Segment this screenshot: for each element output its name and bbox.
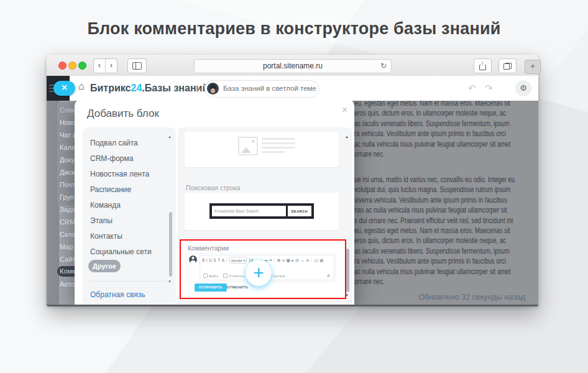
clear-format-icon[interactable]: ⊘ xyxy=(306,257,309,263)
sidebar-item-чат и[interactable]: Чат и xyxy=(60,129,75,141)
comments-block-label: Комментарии xyxy=(188,244,229,252)
image-icon[interactable]: ▦ xyxy=(287,257,290,263)
reload-icon[interactable]: ↻ xyxy=(380,60,387,72)
text-mode-icon[interactable]: A xyxy=(327,274,330,278)
align-icon[interactable]: ≡ xyxy=(270,257,272,263)
article-line: s dui ornare nec. Praesent efficitur vel… xyxy=(354,216,538,226)
sidebar-item-почт[interactable]: Почт xyxy=(60,178,75,191)
toolbar-divider xyxy=(274,258,275,262)
comments-block-preview-selected[interactable]: Комментарии BIUSTAШрифт ▾1A≔≕≡⊞∞▦▸⊡↔⊘◱▤ … xyxy=(180,239,346,299)
forward-button[interactable]: › xyxy=(106,59,117,73)
article-line: as iaculis venenatis libero. Suspendisse… xyxy=(354,119,538,129)
article-line: ue mi urna, mattis id varius nec, conval… xyxy=(354,175,538,185)
sidebar-item-скла[interactable]: Скла xyxy=(60,228,75,241)
sidebar-item-сайт[interactable]: Сайт xyxy=(60,253,75,265)
scroll-up-icon[interactable]: ▲ xyxy=(345,135,349,139)
underline-icon[interactable]: U xyxy=(209,257,212,263)
search-block-preview[interactable]: SEARCH xyxy=(185,193,339,230)
page-content: СовмНовоЧат иКалеДокуДискПочтГрупЗадаCRM… xyxy=(47,101,538,305)
font-select[interactable]: Шрифт ▾ xyxy=(229,257,247,264)
font-color-icon[interactable]: A xyxy=(222,257,224,263)
kb-search-input[interactable] xyxy=(212,206,286,216)
text-style-icon[interactable]: T xyxy=(218,257,220,263)
new-tab-button[interactable]: + xyxy=(525,60,541,74)
collapse-menu-button[interactable]: ✕ xyxy=(53,81,75,96)
sidebar-item-груп[interactable]: Груп xyxy=(60,191,75,203)
toolbar-divider xyxy=(311,258,312,262)
divider xyxy=(90,281,167,282)
cancel-comment-button[interactable]: ОТМЕНИТЬ xyxy=(227,283,248,292)
sidebar-item-доку[interactable]: Доку xyxy=(60,154,75,166)
home-icon[interactable]: ⌂ xyxy=(78,81,85,92)
kb-theme-chip[interactable]: База знаний в светлой теме xyxy=(204,80,319,98)
browser-toolbar: ‹ › portal.sitename.ru ↻ + xyxy=(47,55,538,76)
article-paragraph: ue mi urna, mattis id varius nec, conval… xyxy=(354,175,538,287)
sidebar-item-совм[interactable]: Совм xyxy=(60,104,75,116)
mention-action-icon xyxy=(223,274,227,278)
sidebar-toggle-button[interactable] xyxy=(127,58,147,73)
category-item[interactable]: Новостная лента xyxy=(90,168,149,180)
gear-icon: ⚙ xyxy=(520,83,527,93)
sidebar-item-зада[interactable]: Зада xyxy=(60,203,75,216)
sidebar-item-crm[interactable]: CRM xyxy=(60,216,75,228)
article-line: nas ac nulla vehicula risus pulvinar feu… xyxy=(354,205,538,215)
scroll-thumb[interactable] xyxy=(346,249,349,292)
text-image-block-preview[interactable] xyxy=(185,132,339,167)
undo-button[interactable]: ↶ xyxy=(468,83,476,94)
article-line: eros quis, dictum eros. In ullamcorper m… xyxy=(354,236,538,246)
modal-title: Добавить блок xyxy=(87,108,159,120)
article-line: ra vehicula. Vestibulum ante ipsum primi… xyxy=(354,256,538,266)
scroll-down-icon[interactable]: ▼ xyxy=(168,280,172,283)
category-item[interactable]: Подвал сайта xyxy=(90,137,138,149)
share-button[interactable] xyxy=(474,58,492,73)
image-placeholder-icon xyxy=(238,137,258,155)
back-button[interactable]: ‹ xyxy=(94,59,106,73)
scroll-thumb[interactable] xyxy=(169,212,172,277)
category-item[interactable]: Этапы xyxy=(90,215,113,226)
attach-icon[interactable]: ⊡ xyxy=(295,257,298,263)
address-bar[interactable]: portal.sitename.ru ↻ xyxy=(194,59,392,73)
article-line: ac nulla vehicula risus pulvinar feugiat… xyxy=(354,139,538,149)
minimize-window-button[interactable] xyxy=(68,62,76,70)
sidebar-item-авто[interactable]: Авто xyxy=(60,278,75,290)
video-icon[interactable]: ▸ xyxy=(292,257,293,263)
categories-scrollbar[interactable]: ▲ ▼ xyxy=(169,127,172,305)
feedback-link[interactable]: Обратная связь xyxy=(90,290,145,299)
kb-theme-label: База знаний в светлой теме xyxy=(223,81,316,96)
sidebar-item-комм[interactable]: Комм xyxy=(57,266,75,277)
url-text: portal.sitename.ru xyxy=(263,62,323,70)
expand-icon[interactable]: ◱ xyxy=(315,257,318,263)
tab-overview-button[interactable] xyxy=(498,58,517,73)
category-item[interactable]: Расписание xyxy=(90,184,131,195)
send-comment-button[interactable]: ОТПРАВИТЬ xyxy=(195,283,227,292)
kb-search-button[interactable]: SEARCH xyxy=(288,206,311,216)
spoiler-icon[interactable]: ↔ xyxy=(300,257,305,263)
category-item[interactable]: Социальные сети xyxy=(90,246,152,257)
scroll-up-icon[interactable]: ▲ xyxy=(168,135,172,139)
article-paragraph: eu, egestas eget metus. Nam et massa ero… xyxy=(354,101,538,159)
app-header: ✕ ⌂ Битрикс24.Базы знаний База знаний в … xyxy=(47,76,538,101)
close-icon[interactable]: × xyxy=(342,105,347,115)
italic-icon[interactable]: I xyxy=(206,257,208,263)
sidebar-item-ново[interactable]: Ново xyxy=(60,116,75,129)
bold-icon[interactable]: B xyxy=(202,257,204,263)
file-action[interactable]: Файл xyxy=(203,274,218,278)
redo-button[interactable]: ↷ xyxy=(485,83,493,94)
add-block-plus-button[interactable]: + xyxy=(246,260,272,286)
category-item[interactable]: CRM-форма xyxy=(90,153,133,164)
sidebar-item-кале[interactable]: Кале xyxy=(60,141,75,154)
category-other-button[interactable]: Другое xyxy=(88,260,121,272)
sidebar-item-диск[interactable]: Диск xyxy=(60,166,75,178)
close-window-button[interactable] xyxy=(58,62,67,70)
preview-scrollbar[interactable]: ▲ ▼ xyxy=(346,127,349,305)
scroll-down-icon[interactable]: ▼ xyxy=(345,293,349,297)
bbcode-icon[interactable]: ▤ xyxy=(319,257,323,263)
link-icon[interactable]: ∞ xyxy=(282,257,285,263)
zoom-window-button[interactable] xyxy=(78,62,86,70)
category-item[interactable]: Команда xyxy=(90,200,121,211)
strikethrough-icon[interactable]: S xyxy=(213,257,216,263)
category-item[interactable]: Контакты xyxy=(90,231,122,242)
table-icon[interactable]: ⊞ xyxy=(277,257,280,263)
settings-button[interactable]: ⚙ xyxy=(515,80,531,96)
sidebar-item-мар[interactable]: Мар xyxy=(60,241,75,253)
